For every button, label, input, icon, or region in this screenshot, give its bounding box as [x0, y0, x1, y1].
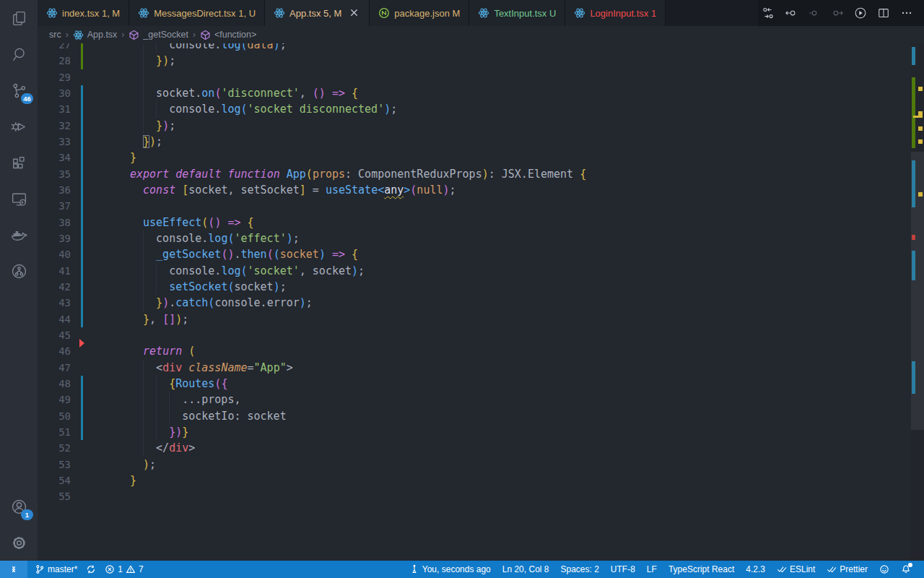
- docker-icon: [10, 226, 28, 244]
- activity-item-source-control[interactable]: 46: [0, 72, 38, 108]
- close-icon[interactable]: [349, 7, 360, 19]
- status-item-sync[interactable]: [82, 561, 100, 578]
- gutter-added-bar[interactable]: [81, 43, 83, 53]
- overview-ruler[interactable]: [911, 43, 924, 561]
- split-editor-button[interactable]: [873, 3, 894, 23]
- previous-change-button[interactable]: [781, 3, 801, 23]
- pen-icon: [409, 564, 419, 574]
- gutter-modified-bar[interactable]: [81, 101, 83, 117]
- breadcrumb-item[interactable]: App.tsx: [73, 30, 118, 40]
- tab-package.json[interactable]: package.json M: [370, 0, 469, 26]
- gutter-modified-bar[interactable]: [81, 134, 83, 150]
- react-icon: [274, 7, 285, 19]
- status-item-blame[interactable]: You, seconds ago: [404, 561, 497, 578]
- feedback-icon: [879, 564, 889, 574]
- gutter-modified-bar[interactable]: [81, 376, 83, 392]
- status-item-remote[interactable]: [0, 561, 27, 578]
- more-actions-button[interactable]: [897, 3, 917, 23]
- breadcrumb-item[interactable]: <function>: [200, 30, 256, 40]
- tab-index.tsx[interactable]: index.tsx 1, M: [38, 0, 129, 26]
- breadcrumb-label: src: [49, 30, 61, 40]
- gutter-modified-bar[interactable]: [81, 392, 83, 407]
- status-item-git-branch[interactable]: master*: [30, 561, 82, 578]
- run-view-button[interactable]: [850, 3, 871, 23]
- code-line-54: 54}: [38, 473, 911, 488]
- gutter-modified-bar[interactable]: [81, 263, 83, 279]
- gutter-modified-bar[interactable]: [81, 246, 83, 262]
- gutter-modified-bar[interactable]: [81, 198, 83, 214]
- tab-App.tsx[interactable]: App.tsx 5, M: [265, 0, 370, 26]
- debug-icon: [10, 118, 28, 136]
- code-editor[interactable]: 27 console.log(data);28 });29 30 socket.…: [38, 43, 924, 561]
- ruler-mark: [918, 87, 923, 91]
- activity-item-circle-branch[interactable]: [0, 253, 38, 289]
- activity-item-accounts[interactable]: 1: [0, 488, 38, 525]
- ruler-mark: [912, 361, 915, 394]
- ruler-mark: [912, 47, 915, 65]
- change-dot-button[interactable]: [804, 3, 824, 23]
- status-item-language-mode[interactable]: TypeScript React: [663, 561, 740, 578]
- status-item-eol[interactable]: LF: [641, 561, 663, 578]
- code-text: });: [130, 53, 175, 69]
- gutter-added-bar[interactable]: [81, 53, 83, 69]
- status-item-prettier[interactable]: Prettier: [821, 561, 873, 578]
- status-item-ts-version[interactable]: 4.2.3: [740, 561, 771, 578]
- gutter-modified-bar[interactable]: [81, 279, 83, 295]
- code-text: socketIo: socket: [130, 408, 287, 424]
- code-text: }: [130, 150, 136, 165]
- branch-icon: [35, 564, 45, 574]
- breadcrumb-item[interactable]: src: [49, 30, 61, 40]
- checks-icon: [777, 564, 787, 574]
- gutter-modified-bar[interactable]: [81, 230, 83, 246]
- gutter-modified-bar[interactable]: [81, 118, 83, 134]
- status-item-notifications[interactable]: [895, 561, 917, 578]
- status-bar-left: master*17: [0, 561, 148, 578]
- open-changes-button[interactable]: [758, 3, 778, 23]
- tab-LoginInput.tsx[interactable]: LoginInput.tsx 1: [565, 0, 666, 26]
- breadcrumb-item[interactable]: _getSocket: [128, 30, 188, 40]
- status-item-encoding[interactable]: UTF-8: [605, 561, 641, 578]
- tab-label: MessagesDirect.tsx 1, U: [154, 8, 256, 19]
- status-item-problems[interactable]: 17: [100, 561, 147, 578]
- gutter-modified-bar[interactable]: [81, 166, 83, 182]
- status-item-eslint[interactable]: ESLint: [771, 561, 821, 578]
- gutter-modified-bar[interactable]: [81, 424, 83, 440]
- code-line-51: 51 })}: [38, 424, 911, 440]
- gutter-modified-bar[interactable]: [81, 311, 83, 327]
- status-item-feedback[interactable]: [873, 561, 895, 578]
- activity-item-settings[interactable]: [0, 525, 38, 561]
- code-text: });: [130, 134, 162, 150]
- code-text: ...props,: [130, 392, 240, 407]
- gutter-modified-bar[interactable]: [81, 408, 83, 424]
- tab-TextInput.tsx[interactable]: TextInput.tsx U: [469, 0, 565, 26]
- prev-change-icon: [784, 6, 798, 20]
- code-text: useEffect(() => {: [130, 215, 254, 230]
- next-change-button[interactable]: [827, 3, 847, 23]
- gutter-modified-bar[interactable]: [81, 150, 83, 165]
- activity-item-search[interactable]: [0, 36, 38, 72]
- more-icon: [899, 6, 914, 20]
- ruler-mark: [918, 139, 923, 144]
- activity-item-run-debug[interactable]: [0, 108, 38, 144]
- line-number: 29: [38, 69, 90, 85]
- main-region: 461 index.tsx 1, MMessagesDirect.tsx 1, …: [0, 0, 924, 561]
- activity-item-explorer[interactable]: [0, 0, 38, 36]
- ruler-mark: [913, 116, 923, 118]
- activity-item-remote-explorer[interactable]: [0, 181, 38, 217]
- status-item-cursor-position[interactable]: Ln 20, Col 8: [497, 561, 555, 578]
- breadcrumb-separator: ›: [121, 30, 124, 40]
- breadcrumb[interactable]: src›App.tsx›_getSocket›<function>: [38, 26, 924, 43]
- status-item-indentation[interactable]: Spaces: 2: [554, 561, 604, 578]
- activity-item-extensions[interactable]: [0, 144, 38, 181]
- search-icon: [10, 46, 28, 64]
- tab-MessagesDirect.tsx[interactable]: MessagesDirect.tsx 1, U: [129, 0, 265, 26]
- gutter-modified-bar[interactable]: [81, 215, 83, 230]
- status-text: Prettier: [840, 564, 868, 574]
- gutter-modified-bar[interactable]: [81, 85, 83, 101]
- gutter-modified-bar[interactable]: [81, 182, 83, 198]
- activity-item-docker[interactable]: [0, 217, 38, 253]
- code-line-42: 42 setSocket(socket);: [38, 279, 911, 295]
- code-line-30: 30 socket.on('disconnect', () => {: [38, 85, 911, 101]
- gutter-modified-bar[interactable]: [81, 295, 83, 311]
- code-text: );: [130, 457, 156, 473]
